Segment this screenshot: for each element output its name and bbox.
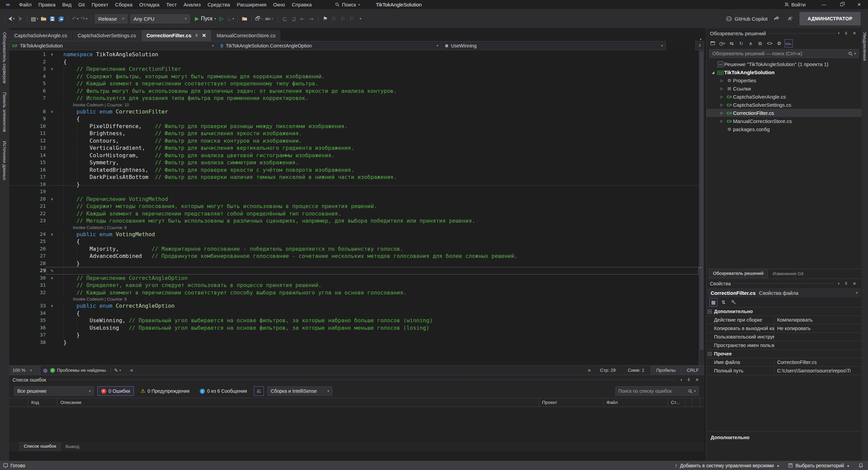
- bell-icon[interactable]: [859, 463, 863, 468]
- code-line-37[interactable]: 37}: [9, 331, 699, 339]
- tree-item-Properties[interactable]: ▷⚙Properties: [707, 76, 862, 84]
- undo-button[interactable]: ↶▾: [71, 13, 80, 24]
- code-line-34[interactable]: 34{: [9, 310, 699, 317]
- previous-bookmark-button[interactable]: ⚐: [330, 13, 339, 24]
- line-ending-indicator[interactable]: CRLF: [681, 366, 704, 375]
- tree-item-ManualCorrectionStore.cs[interactable]: ▷C#ManualCorrectionStore.cs: [707, 117, 862, 125]
- breadcrumb-type-dropdown[interactable]: {} TikTokAngleSolution.CorrectAngleOptio…: [217, 41, 441, 50]
- code-line-22[interactable]: 22// Каждый элемент в перечислении предс…: [9, 210, 699, 218]
- code-line-13[interactable]: 13VerticalGradient, // Фильтр для вычисл…: [9, 144, 699, 152]
- explorer-tab-Обозреватель решений[interactable]: Обозреватель решений: [709, 269, 768, 278]
- split-editor-button[interactable]: ⇕: [695, 41, 704, 50]
- column-header-Код[interactable]: Код: [28, 398, 57, 407]
- code-line-15[interactable]: 15Symmetry, // Фильтр для анализа симмет…: [9, 159, 699, 166]
- menu-item-Git[interactable]: Git: [75, 0, 88, 9]
- code-line-9[interactable]: 9{: [9, 115, 699, 123]
- collapse-all-icon[interactable]: ∧: [747, 39, 755, 47]
- add-to-source-control-button[interactable]: ↑ Добавить в систему управления версиями…: [675, 463, 780, 468]
- drag-handle[interactable]: [769, 33, 834, 34]
- restore-button[interactable]: [833, 0, 850, 9]
- tree-expander[interactable]: ◢: [709, 70, 717, 74]
- new-project-button[interactable]: ▤▾: [30, 13, 39, 24]
- toggle-bookmark-button[interactable]: ⚑: [321, 13, 330, 24]
- scope-dropdown[interactable]: Все решение ▾: [14, 386, 94, 396]
- codelens-text[interactable]: Invoke Codeium | Ссылок: 6: [58, 225, 127, 231]
- property-row[interactable]: Копировать в выходной катаНе копировать: [707, 324, 862, 333]
- tab-notifications[interactable]: Уведомления: [862, 32, 867, 61]
- github-copilot-button[interactable]: GitHub Copilot: [726, 16, 768, 22]
- save-all-button[interactable]: [57, 13, 66, 24]
- increase-indent-button[interactable]: ⇥: [307, 13, 316, 24]
- code-line-19[interactable]: 19: [9, 188, 699, 196]
- code-line-6[interactable]: 6// Фильтры могут быть использованы для …: [9, 87, 699, 95]
- pin-icon[interactable]: [687, 378, 691, 382]
- code-line-36[interactable]: 36UseLosing // Правильный угол выбираетс…: [9, 324, 699, 332]
- scroll-left-icon[interactable]: ◀: [130, 368, 132, 372]
- menu-item-Окно[interactable]: Окно: [270, 0, 288, 9]
- code-line-10[interactable]: 10PixelDifference, // Фильтр для проверк…: [9, 123, 699, 130]
- code-line-4[interactable]: 4// Содержит фильтры, которые могут быть…: [9, 73, 699, 80]
- messages-filter-button[interactable]: i 0 из 6 Сообщения: [196, 386, 250, 396]
- pin-icon[interactable]: [844, 32, 848, 35]
- autohide-tab[interactable]: Обозреватель серверов: [2, 32, 7, 83]
- close-icon[interactable]: ✕: [695, 377, 699, 382]
- column-header-blank[interactable]: [685, 398, 692, 407]
- code-line-31[interactable]: 31// Определяет, какой угол следует испо…: [9, 282, 699, 289]
- menu-item-Отладка[interactable]: Отладка: [136, 0, 163, 9]
- column-header-Описание[interactable]: Описание: [57, 398, 539, 407]
- panel-tab-Список ошибок[interactable]: Список ошибок: [19, 442, 61, 451]
- close-icon[interactable]: ✕: [853, 31, 856, 36]
- line-indicator[interactable]: Стр: 29: [600, 368, 616, 373]
- document-tab-ManualCorrectionStore.cs[interactable]: ManualCorrectionStore.cs: [212, 30, 281, 41]
- decrease-indent-button[interactable]: ⇤: [298, 13, 307, 24]
- menu-item-Средства[interactable]: Средства: [204, 0, 233, 9]
- tree-expander[interactable]: ▷: [718, 111, 726, 115]
- property-value[interactable]: C:\Users\Samson\source\repos\Ti: [774, 367, 862, 375]
- close-icon[interactable]: ✕: [202, 33, 206, 39]
- autohide-tab[interactable]: Панель элементов: [2, 92, 7, 132]
- source-dropdown[interactable]: Сборка и IntelliSense ▾: [267, 386, 332, 396]
- tree-item-packages.config[interactable]: ⚙packages.config: [707, 125, 862, 133]
- code-line-38[interactable]: 38}: [9, 339, 699, 346]
- properties-object-dropdown[interactable]: CorrectionFilter.cs Свойства файла ▾: [707, 288, 861, 298]
- platform-dropdown[interactable]: Any CPU ▾: [130, 14, 190, 23]
- errors-filter-button[interactable]: ✕ 0 Ошибки: [97, 386, 134, 396]
- column-header-Файл[interactable]: Файл: [603, 398, 668, 407]
- code-line-30[interactable]: 30∨// Перечисление CorrectAngleOption: [9, 274, 699, 282]
- code-line-11[interactable]: 11Brightness, // Фильтр для вычисления я…: [9, 130, 699, 137]
- fold-collapse-icon[interactable]: ∨: [46, 274, 58, 282]
- view-code-icon[interactable]: <>: [766, 39, 774, 47]
- spaces-indicator[interactable]: Пробелы: [651, 366, 681, 375]
- property-row[interactable]: Пользовательский инструме: [707, 333, 862, 341]
- code-line-14[interactable]: 14ColorHistogram, // Фильтр для анализа …: [9, 152, 699, 159]
- start-debugging-button[interactable]: ▶ Пуск ▾: [194, 13, 217, 24]
- code-line-23[interactable]: 23// Методы голосования могут быть испол…: [9, 217, 699, 225]
- switch-views-icon[interactable]: 🗔: [709, 39, 717, 47]
- clear-bookmarks-button[interactable]: ⚐: [347, 13, 356, 24]
- fold-collapse-icon[interactable]: ∨: [46, 108, 58, 116]
- code-line-21[interactable]: 21// Содержит методы голосования, которы…: [9, 203, 699, 210]
- drag-handle[interactable]: [50, 379, 677, 381]
- property-value[interactable]: Не копировать: [774, 324, 862, 332]
- fold-collapse-icon[interactable]: ∨: [46, 51, 58, 58]
- code-line-12[interactable]: 12Contours, // Фильтр для поиска контуро…: [9, 137, 699, 145]
- warnings-filter-button[interactable]: ⚠ 0 Предупреждения: [137, 386, 193, 396]
- preview-selected-items-icon[interactable]: ▭˖: [785, 39, 793, 47]
- quick-search[interactable]: Поиск ▾: [335, 0, 360, 9]
- fold-collapse-icon[interactable]: ∨: [46, 65, 58, 73]
- pin-icon[interactable]: [195, 34, 198, 37]
- window-position-icon[interactable]: ▾: [838, 32, 840, 35]
- configuration-dropdown[interactable]: Release ▾: [95, 14, 128, 23]
- menu-item-Файл[interactable]: Файл: [16, 0, 35, 9]
- tree-item-CaptchaSolverSettings.cs[interactable]: ▷C#CaptchaSolverSettings.cs: [707, 101, 862, 109]
- drag-handle[interactable]: [734, 283, 834, 284]
- close-icon[interactable]: ✕: [853, 281, 856, 286]
- code-line-7[interactable]: 7// Используется для указания типа фильт…: [9, 95, 699, 102]
- document-tab-CorrectionFilter.cs[interactable]: CorrectionFilter.cs✕: [141, 30, 211, 41]
- code-line-27[interactable]: 27AdvancedCombined // Продвинутое комбин…: [9, 252, 699, 260]
- code-line-20[interactable]: 20∨// Перечисление VotingMethod: [9, 196, 699, 203]
- find-in-files-button[interactable]: [240, 13, 249, 24]
- tree-item-CorrectionFilter.cs[interactable]: ▷C#CorrectionFilter.cs: [707, 109, 862, 117]
- scrollbar-thumb[interactable]: [700, 52, 703, 350]
- properties-icon[interactable]: ⚙: [775, 39, 783, 47]
